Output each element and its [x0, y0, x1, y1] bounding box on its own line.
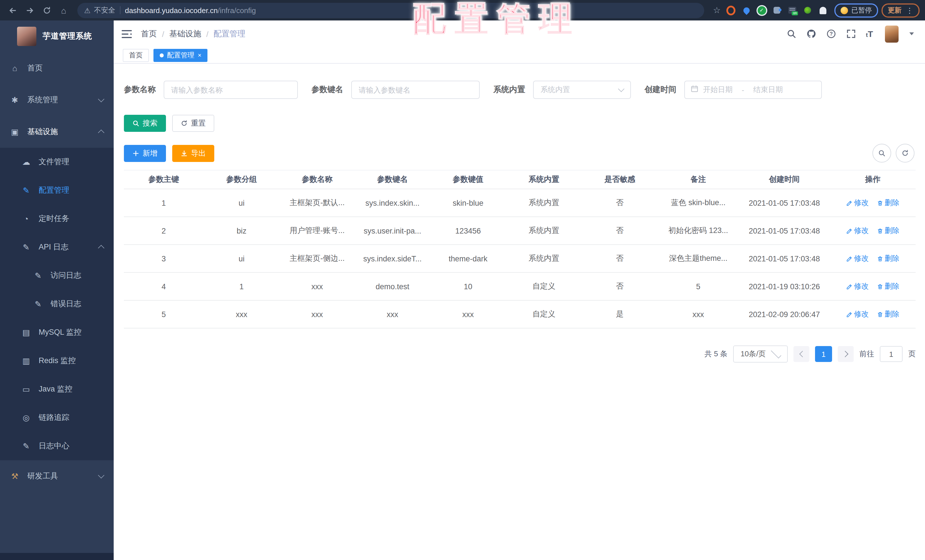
tab-config[interactable]: 配置管理 × — [154, 48, 208, 62]
forward-icon[interactable] — [23, 3, 36, 17]
sidebar-item[interactable]: ✎ API 日志 — [0, 233, 114, 261]
bookmark-star-icon[interactable]: ☆ — [713, 5, 721, 15]
table-cell: sys.user.init-pa... — [355, 217, 430, 245]
extension-white-icon[interactable] — [818, 6, 827, 15]
date-range-picker[interactable]: 开始日期 - 结束日期 — [684, 81, 822, 99]
table-cell: 2021-02-09 20:06:47 — [739, 300, 830, 328]
close-icon[interactable]: × — [198, 52, 202, 58]
col-header: 参数分组 — [203, 170, 280, 189]
current-page[interactable]: 1 — [815, 346, 832, 362]
extension-on-badge-icon[interactable] — [788, 6, 797, 15]
page-unit-label: 页 — [908, 349, 916, 359]
extension-sprout-icon[interactable] — [803, 6, 812, 15]
profile-paused-chip[interactable]: 已暂停 — [835, 3, 878, 17]
table-cell: 否 — [582, 245, 658, 272]
fullscreen-icon[interactable] — [846, 29, 856, 39]
edit-link[interactable]: 修改 — [846, 198, 869, 208]
page-size-select[interactable]: 10条/页 — [733, 345, 788, 363]
delete-link[interactable]: 删除 — [877, 309, 899, 319]
breadcrumb-infra[interactable]: 基础设施 — [169, 29, 201, 39]
table-cell-actions: 修改 删除 — [830, 300, 916, 328]
hamburger-icon[interactable] — [122, 30, 132, 38]
extensions-area: ✓ — [726, 6, 827, 15]
delete-link[interactable]: 删除 — [877, 226, 899, 236]
menu-kebab-icon[interactable]: ⋮ — [906, 6, 913, 15]
sidebar-item[interactable]: ▥ Redis 监控 — [0, 347, 114, 375]
refresh-button[interactable] — [896, 144, 914, 163]
table-cell: sys.index.sideT... — [355, 245, 430, 272]
delete-link[interactable]: 删除 — [877, 253, 899, 263]
reset-button[interactable]: 重置 — [172, 115, 214, 132]
param-name-input[interactable] — [164, 81, 298, 99]
sidebar-item[interactable]: ◔ 定时任务 — [0, 205, 114, 233]
col-header: 操作 — [830, 170, 916, 189]
java-icon: ▭ — [21, 385, 32, 394]
table-cell: ui — [203, 189, 280, 217]
sidebar-item[interactable]: ✎ 访问日志 — [0, 261, 114, 290]
col-header: 参数主键 — [124, 170, 203, 189]
user-avatar[interactable] — [885, 25, 899, 42]
security-chip[interactable]: ⚠ 不安全 — [84, 5, 115, 15]
sidebar-item[interactable]: ✎ 日志中心 — [0, 432, 114, 460]
chevron-down-icon[interactable] — [909, 32, 914, 35]
sidebar-item[interactable]: ◎ 链路追踪 — [0, 403, 114, 432]
goto-label: 前往 — [859, 349, 874, 359]
sidebar-item[interactable]: ✱ 系统管理 — [0, 84, 114, 116]
extension-pin-icon[interactable] — [742, 6, 751, 15]
tab-home[interactable]: 首页 — [123, 48, 149, 62]
sidebar-collapse-strip[interactable] — [0, 553, 114, 560]
table-cell: 蓝色 skin-blue... — [658, 189, 739, 217]
breadcrumb-home[interactable]: 首页 — [141, 29, 157, 39]
github-icon[interactable] — [806, 29, 817, 39]
sidebar-item-label: 基础设施 — [27, 127, 58, 137]
font-size-icon[interactable]: tT — [866, 30, 873, 38]
delete-link[interactable]: 删除 — [877, 281, 899, 292]
extension-orange-icon[interactable] — [726, 6, 735, 15]
table-cell: 系统内置 — [506, 217, 582, 245]
edit-link[interactable]: 修改 — [846, 281, 869, 292]
edit-link[interactable]: 修改 — [846, 309, 869, 319]
table-cell: 初始化密码 123... — [658, 217, 739, 245]
extension-check-icon[interactable]: ✓ — [757, 6, 766, 15]
col-header: 创建时间 — [739, 170, 830, 189]
sidebar-item[interactable]: ▤ MySQL 监控 — [0, 318, 114, 347]
builtin-select[interactable]: 系统内置 — [533, 81, 631, 99]
address-bar[interactable]: ⚠ 不安全 dashboard.yudao.iocoder.cn/infra/c… — [77, 3, 704, 18]
sidebar-item[interactable]: ⚒ 研发工具 — [0, 460, 114, 492]
sidebar-item[interactable]: ▭ Java 监控 — [0, 375, 114, 403]
reload-icon[interactable] — [40, 3, 53, 17]
table-cell: 4 — [124, 272, 203, 300]
prev-page-button[interactable] — [794, 346, 809, 362]
browser-update-button[interactable]: 更新 ⋮ — [881, 3, 920, 17]
edit-link[interactable]: 修改 — [846, 226, 869, 236]
table-cell: xxx — [203, 300, 280, 328]
extension-puzzle-icon[interactable] — [772, 6, 782, 15]
help-icon[interactable]: ? — [826, 29, 836, 39]
sidebar-item[interactable]: ✎ 配置管理 — [0, 176, 114, 205]
back-icon[interactable] — [6, 3, 19, 17]
table-row: 2 biz 用户管理-账号... sys.user.init-pa... 123… — [124, 217, 916, 245]
config-table: 参数主键 参数分组 参数名称 参数键名 参数键值 系统内置 是否敏感 备注 创建… — [124, 170, 916, 328]
delete-link[interactable]: 删除 — [877, 198, 899, 208]
svg-text:?: ? — [830, 31, 833, 37]
search-actions-row: 搜索 重置 — [124, 115, 916, 132]
toggle-search-button[interactable] — [872, 144, 891, 163]
sidebar-item[interactable]: ▣ 基础设施 — [0, 116, 114, 148]
sidebar-item[interactable]: ⌂ 首页 — [0, 52, 114, 84]
table-cell: 1 — [203, 272, 280, 300]
sidebar-item[interactable]: ✎ 错误日志 — [0, 290, 114, 318]
param-key-input[interactable] — [351, 81, 480, 99]
add-button[interactable]: 新增 — [124, 145, 166, 162]
edit-link[interactable]: 修改 — [846, 253, 869, 263]
infra-icon: ▣ — [9, 127, 21, 136]
search-button[interactable]: 搜索 — [124, 115, 166, 132]
database-icon: ▤ — [21, 328, 32, 337]
next-page-button[interactable] — [838, 346, 854, 362]
breadcrumb-separator: / — [162, 29, 164, 38]
goto-page-input[interactable] — [880, 346, 902, 362]
search-icon[interactable] — [786, 29, 797, 39]
app-logo-row[interactable]: 芋道管理系统 — [0, 21, 114, 52]
home-icon[interactable]: ⌂ — [57, 3, 71, 17]
export-button[interactable]: 导出 — [172, 145, 214, 162]
sidebar-item[interactable]: ☁ 文件管理 — [0, 148, 114, 176]
